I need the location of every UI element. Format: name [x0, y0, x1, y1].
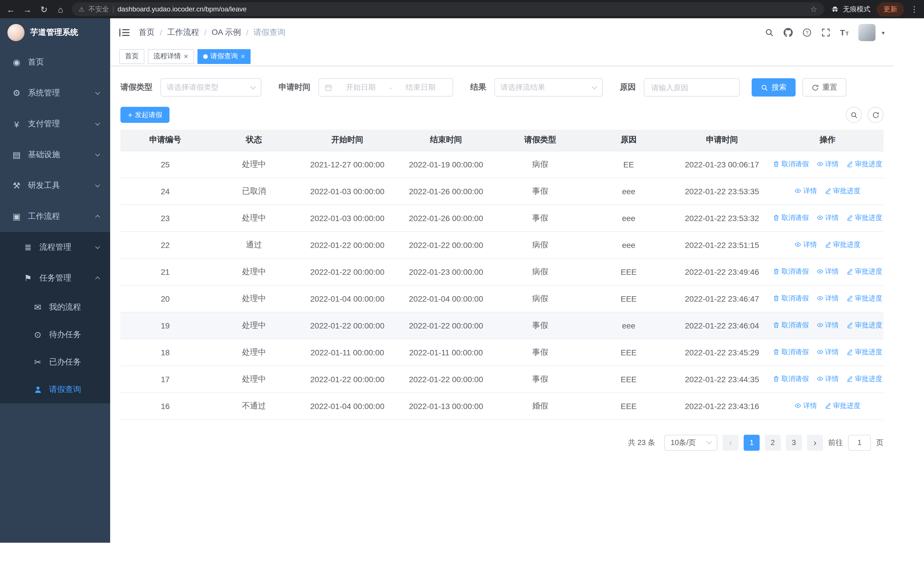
page-size-select[interactable]: 10条/页: [664, 435, 717, 450]
tab-label: 请假查询: [210, 51, 238, 61]
page-1-button[interactable]: 1: [744, 435, 760, 450]
prev-page-button[interactable]: ‹: [723, 435, 738, 450]
sidebar-item-leave-query[interactable]: 请假查询: [0, 376, 110, 403]
sidebar-toggle-icon[interactable]: [119, 28, 129, 37]
bookmark-star-icon[interactable]: ☆: [810, 5, 817, 14]
table-row: 17 处理中 2022-01-22 00:00:00 2022-01-22 00…: [120, 365, 884, 393]
breadcrumb-separator: /: [160, 28, 162, 37]
breadcrumb-current: 请假查询: [254, 27, 285, 38]
cell-status: 处理中: [210, 365, 298, 393]
detail-label: 详情: [825, 347, 838, 357]
breadcrumb-workflow[interactable]: 工作流程: [167, 27, 199, 38]
reason-input[interactable]: [644, 78, 740, 96]
sidebar-item-infrastructure[interactable]: ▤ 基础设施: [0, 139, 110, 170]
forward-icon[interactable]: →: [22, 5, 33, 14]
breadcrumb-oa-example[interactable]: OA 示例: [212, 27, 241, 38]
apply-time-range-picker[interactable]: 开始日期 - 结束日期: [318, 78, 453, 96]
reset-button[interactable]: 重置: [802, 78, 846, 96]
github-icon[interactable]: [784, 28, 793, 37]
detail-link[interactable]: 详情: [816, 374, 838, 384]
search-toggle-button[interactable]: [846, 107, 862, 123]
cancel-leave-link[interactable]: 取消请假: [773, 294, 809, 303]
progress-link[interactable]: 审批进度: [846, 213, 882, 223]
cancel-leave-link[interactable]: 取消请假: [773, 347, 809, 357]
detail-link[interactable]: 详情: [816, 320, 838, 330]
eye-icon: [816, 322, 823, 329]
progress-link[interactable]: 审批进度: [824, 240, 860, 250]
progress-link[interactable]: 审批进度: [824, 401, 860, 411]
workflow-submenu: ≣ 流程管理 ⚑ 任务管理 ✉ 我的流程 ⊙ 待: [0, 232, 110, 403]
cell-leave-type: 事假: [495, 312, 585, 339]
leave-type-select[interactable]: 请选择请假类型: [160, 78, 261, 96]
sidebar-item-task-management[interactable]: ⚑ 任务管理: [0, 263, 110, 294]
page-2-button[interactable]: 2: [765, 435, 781, 450]
detail-link[interactable]: 详情: [795, 240, 817, 250]
refresh-table-button[interactable]: [867, 107, 884, 123]
pen-icon: [846, 295, 853, 302]
progress-link[interactable]: 审批进度: [846, 374, 882, 384]
fullscreen-icon[interactable]: [821, 28, 830, 37]
avatar-caret-icon[interactable]: ▾: [882, 29, 885, 36]
progress-link[interactable]: 审批进度: [846, 159, 882, 169]
font-size-icon[interactable]: TT: [840, 28, 849, 37]
task-flag-icon: ⚑: [23, 273, 33, 283]
chevron-down-icon: [95, 90, 100, 95]
sidebar-item-home[interactable]: ◉ 首页: [0, 47, 110, 78]
url-bar[interactable]: ⚠ 不安全 dashboard.yudao.iocoder.cn/bpm/oa/…: [72, 2, 824, 16]
start-date-placeholder: 开始日期: [334, 82, 387, 93]
sidebar-item-todo-tasks[interactable]: ⊙ 待办任务: [0, 321, 110, 349]
goto-page-input[interactable]: [848, 435, 871, 450]
help-icon[interactable]: ?: [802, 28, 812, 37]
sidebar-item-payment[interactable]: ¥ 支付管理: [0, 108, 110, 139]
cancel-leave-link[interactable]: 取消请假: [773, 213, 809, 223]
detail-link[interactable]: 详情: [816, 213, 838, 223]
close-icon[interactable]: ×: [184, 53, 188, 60]
tab-leave-query[interactable]: 请假查询 ×: [197, 49, 250, 64]
search-button[interactable]: 搜索: [752, 78, 796, 96]
reload-icon[interactable]: ↻: [39, 5, 49, 14]
menu-label: 我的流程: [49, 302, 81, 313]
home-icon[interactable]: ⌂: [56, 5, 66, 14]
cancel-leave-label: 取消请假: [782, 213, 809, 223]
cancel-leave-link[interactable]: 取消请假: [773, 320, 809, 330]
sidebar-item-system[interactable]: ⚙ 系统管理: [0, 78, 110, 108]
sidebar-item-done-tasks[interactable]: ✂ 已办任务: [0, 349, 110, 376]
breadcrumb-home[interactable]: 首页: [139, 27, 154, 38]
progress-link[interactable]: 审批进度: [846, 320, 882, 330]
user-avatar[interactable]: [858, 24, 876, 41]
detail-link[interactable]: 详情: [816, 159, 838, 169]
sidebar-item-my-process[interactable]: ✉ 我的流程: [0, 294, 110, 321]
cell-id: 21: [120, 258, 210, 285]
detail-link[interactable]: 详情: [795, 401, 817, 411]
cancel-leave-link[interactable]: 取消请假: [773, 374, 809, 384]
progress-link[interactable]: 审批进度: [846, 347, 882, 357]
sidebar-item-dev-tools[interactable]: ⚒ 研发工具: [0, 170, 110, 201]
menu-label: 待办任务: [49, 329, 81, 340]
col-leave-type: 请假类型: [495, 130, 585, 151]
progress-link[interactable]: 审批进度: [824, 186, 860, 196]
tab-home[interactable]: 首页: [119, 49, 144, 64]
cell-start-time: 2022-01-11 00:00:00: [298, 339, 397, 365]
detail-link[interactable]: 详情: [816, 347, 838, 357]
search-icon[interactable]: [765, 28, 774, 37]
infrastructure-icon: ▤: [11, 150, 22, 160]
update-button[interactable]: 更新: [877, 2, 904, 16]
next-page-button[interactable]: ›: [807, 435, 823, 450]
close-icon[interactable]: ×: [240, 53, 245, 60]
progress-link[interactable]: 审批进度: [846, 267, 882, 277]
sidebar-item-workflow[interactable]: ▣ 工作流程: [0, 201, 110, 232]
result-select[interactable]: 请选择流结果: [494, 78, 603, 96]
detail-link[interactable]: 详情: [816, 267, 838, 277]
browser-menu-icon[interactable]: ⋮: [910, 5, 918, 14]
create-leave-button[interactable]: + 发起请假: [120, 107, 170, 123]
tab-process-detail[interactable]: 流程详情 ×: [148, 49, 194, 64]
sidebar-item-process-management[interactable]: ≣ 流程管理: [0, 232, 110, 263]
progress-link[interactable]: 审批进度: [846, 294, 882, 303]
cancel-leave-link[interactable]: 取消请假: [773, 267, 809, 277]
cell-apply-time: 2022-01-23 00:06:17: [672, 151, 772, 177]
detail-link[interactable]: 详情: [795, 186, 817, 196]
back-icon[interactable]: ←: [6, 5, 16, 14]
cancel-leave-link[interactable]: 取消请假: [773, 159, 809, 169]
detail-link[interactable]: 详情: [816, 294, 838, 303]
page-3-button[interactable]: 3: [786, 435, 802, 450]
